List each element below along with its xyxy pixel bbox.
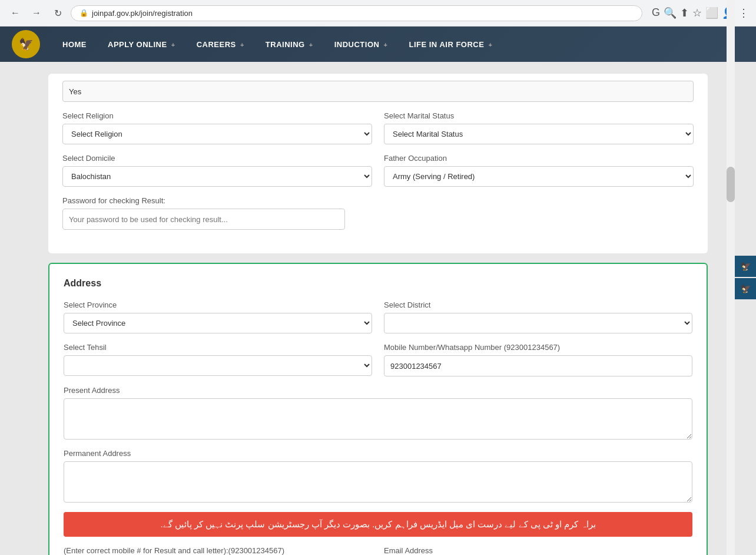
lock-icon: 🔒 [79, 9, 88, 17]
marital-status-group: Select Marital Status Select Marital Sta… [384, 111, 694, 144]
browser-chrome: ← → ↻ 🔒 joinpaf.gov.pk/join/registration… [0, 0, 756, 27]
nav-life-in-air-force[interactable]: LIFE IN AIR FORCE + [398, 28, 503, 61]
domicile-group: Select Domicile Balochistan [62, 154, 372, 187]
marital-status-label: Select Marital Status [384, 111, 694, 120]
password-group: Password for checking Result: [62, 196, 345, 230]
domicile-select[interactable]: Balochistan [62, 166, 372, 187]
mobile-result-group: (Enter correct mobile # for Result and c… [64, 546, 372, 555]
religion-select[interactable]: Select Religion [62, 124, 372, 144]
district-select[interactable] [384, 313, 692, 333]
permanent-address-row: Permanent Address [64, 449, 692, 503]
page-content: Select Religion Select Religion Select M… [37, 62, 719, 555]
marital-status-select[interactable]: Select Marital Status [384, 124, 694, 144]
father-occupation-group: Father Occupation Army (Serving / Retire… [384, 154, 694, 187]
religion-label: Select Religion [62, 111, 372, 120]
alert-banner: براہ کرم او ٹی پی کے لیے درست ای میل ایڈ… [64, 512, 692, 537]
side-badge-bottom[interactable]: 🦅 [735, 278, 756, 299]
site-logo: 🦅 [12, 30, 40, 58]
tehsil-mobile-row: Select Tehsil Mobile Number/Whatsapp Num… [64, 343, 692, 376]
domicile-father-row: Select Domicile Balochistan Father Occup… [62, 154, 694, 187]
tablet-icon[interactable]: ⬜ [705, 6, 718, 19]
tehsil-label: Select Tehsil [64, 343, 372, 352]
bookmark-icon[interactable]: ☆ [692, 6, 702, 19]
password-row: Password for checking Result: [62, 196, 694, 230]
mobile-result-label: (Enter correct mobile # for Result and c… [64, 546, 372, 555]
scrollbar-track [727, 0, 735, 555]
share-icon[interactable]: ⬆ [680, 6, 689, 19]
url-text: joinpaf.gov.pk/join/registration [92, 9, 193, 18]
present-address-label: Present Address [64, 386, 692, 395]
forward-button[interactable]: → [28, 5, 45, 21]
back-button[interactable]: ← [7, 5, 24, 21]
address-bar[interactable]: 🔒 joinpaf.gov.pk/join/registration [71, 5, 642, 21]
address-section: Address Select Province Select Province … [48, 263, 708, 555]
province-select[interactable]: Select Province [64, 313, 372, 333]
google-icon[interactable]: G [652, 6, 660, 19]
top-partial-card: Select Religion Select Religion Select M… [48, 74, 708, 253]
email-label: Email Address [384, 546, 692, 555]
yes-input[interactable] [62, 81, 694, 102]
mobile-label: Mobile Number/Whatsapp Number (923001234… [384, 343, 692, 352]
province-group: Select Province Select Province [64, 300, 372, 333]
nav-careers[interactable]: CAREERS + [186, 28, 255, 61]
permanent-address-textarea[interactable] [64, 461, 692, 503]
top-yes-group [62, 81, 694, 102]
password-label: Password for checking Result: [62, 196, 345, 205]
religion-group: Select Religion Select Religion [62, 111, 372, 144]
password-input[interactable] [62, 209, 345, 230]
nav-apply-online[interactable]: APPLY ONLINE + [97, 28, 186, 61]
tehsil-group: Select Tehsil [64, 343, 372, 376]
father-occupation-select[interactable]: Army (Serving / Retired) [384, 166, 694, 187]
mobile-result-email-row: (Enter correct mobile # for Result and c… [64, 546, 692, 555]
address-section-title: Address [64, 278, 692, 289]
search-icon[interactable]: 🔍 [664, 6, 677, 19]
present-address-group: Present Address [64, 386, 692, 440]
father-occupation-label: Father Occupation [384, 154, 694, 163]
scrollbar-thumb[interactable] [727, 167, 735, 202]
navbar: 🦅 HOME APPLY ONLINE + CAREERS + TRAINING… [0, 27, 756, 62]
province-district-row: Select Province Select Province Select D… [64, 300, 692, 333]
nav-induction[interactable]: INDUCTION + [324, 28, 399, 61]
district-label: Select District [384, 300, 692, 309]
domicile-label: Select Domicile [62, 154, 372, 163]
side-badges: 🦅 🦅 [735, 256, 756, 299]
mobile-group: Mobile Number/Whatsapp Number (923001234… [384, 343, 692, 376]
nav-training[interactable]: TRAINING + [255, 28, 324, 61]
province-label: Select Province [64, 300, 372, 309]
permanent-address-group: Permanent Address [64, 449, 692, 503]
religion-marital-row: Select Religion Select Religion Select M… [62, 111, 694, 144]
tehsil-select[interactable] [64, 355, 372, 376]
mobile-input[interactable] [384, 355, 692, 376]
reload-button[interactable]: ↻ [49, 5, 66, 21]
top-partial-row-yes [62, 81, 694, 102]
nav-links: HOME APPLY ONLINE + CAREERS + TRAINING +… [52, 28, 744, 61]
present-address-textarea[interactable] [64, 398, 692, 440]
menu-icon[interactable]: ⋮ [738, 6, 749, 19]
side-badge-top[interactable]: 🦅 [735, 256, 756, 277]
district-group: Select District [384, 300, 692, 333]
email-group: Email Address [384, 546, 692, 555]
permanent-address-label: Permanent Address [64, 449, 692, 458]
present-address-row: Present Address [64, 386, 692, 440]
nav-home[interactable]: HOME [52, 28, 97, 61]
